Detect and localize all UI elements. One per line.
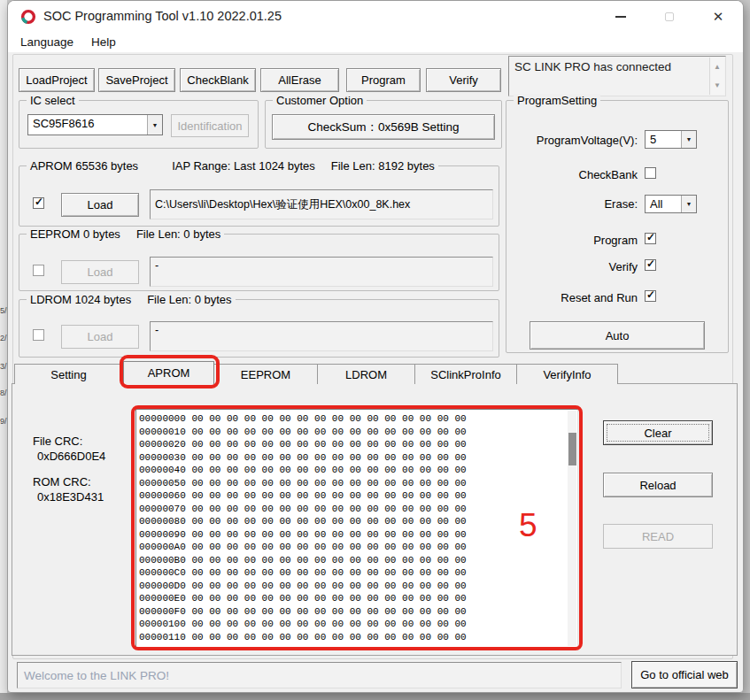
hex-row: 000000E0 00 00 00 00 00 00 00 00 00 00 0…: [139, 592, 577, 605]
hex-row: 00000100 00 00 00 00 00 00 00 00 00 00 0…: [139, 618, 577, 631]
aprom-legend: APROM 65536 bytesIAP Range: Last 1024 by…: [27, 159, 438, 173]
voltage-value: 5: [650, 133, 656, 146]
scroll-down-icon[interactable]: ▼: [710, 76, 724, 95]
customer-option-label: Customer Option: [273, 94, 367, 107]
eeprom-file-len: File Len: 0 bytes: [136, 227, 220, 241]
tab-aprom[interactable]: APROM: [123, 361, 214, 384]
hex-row: 00000090 00 00 00 00 00 00 00 00 00 00 0…: [139, 528, 577, 542]
auto-button[interactable]: Auto: [530, 321, 705, 350]
hex-row: 00000020 00 00 00 00 00 00 00 00 00 00 0…: [139, 438, 577, 451]
ldrom-title: LDROM 1024 bytes: [30, 293, 131, 306]
hex-row: 00000040 00 00 00 00 00 00 00 00 00 00 0…: [139, 464, 577, 477]
saveproject-button[interactable]: SaveProject: [98, 68, 175, 92]
ldrom-checkbox[interactable]: [33, 329, 44, 341]
background-fragment: 9/: [0, 418, 7, 426]
ic-select-label: IC select: [27, 94, 79, 107]
voltage-combobox[interactable]: 5 ▼: [645, 130, 697, 149]
identification-button: Identification: [171, 114, 249, 137]
checksum-setting-button[interactable]: CheckSum：0x569B Setting: [272, 114, 495, 140]
hex-row: 00000030 00 00 00 00 00 00 00 00 00 00 0…: [139, 451, 577, 465]
hex-row: 000000F0 00 00 00 00 00 00 00 00 00 00 0…: [139, 605, 577, 619]
loadproject-button[interactable]: LoadProject: [19, 68, 95, 92]
tab-verifyinfo[interactable]: VerifyInfo: [517, 364, 618, 384]
scroll-up-icon[interactable]: ▲: [710, 58, 724, 76]
menu-language[interactable]: Language: [15, 34, 79, 52]
ldrom-file-len: File Len: 0 bytes: [147, 293, 231, 306]
hex-rows: 00000000 00 00 00 00 00 00 00 00 00 00 0…: [139, 412, 577, 643]
hex-scrollbar[interactable]: [568, 411, 576, 646]
allerase-button[interactable]: AllErase: [260, 68, 339, 92]
checkbank-checkbox[interactable]: [645, 167, 656, 179]
clear-button[interactable]: Clear: [603, 420, 713, 445]
program-option-label: Program: [593, 234, 638, 247]
hex-dump-view[interactable]: 00000000 00 00 00 00 00 00 00 00 00 00 0…: [135, 409, 578, 648]
erase-value: All: [650, 197, 662, 211]
aprom-path-field: C:\Users\li\Desktop\Hex\验证使用HEX\0x00_8K.…: [150, 189, 493, 219]
chevron-down-icon[interactable]: ▼: [681, 131, 696, 148]
hex-row: 00000060 00 00 00 00 00 00 00 00 00 00 0…: [139, 489, 577, 503]
voltage-label: ProgramVoltage(V):: [537, 134, 638, 147]
rom-crc-value: 0x18E3D431: [37, 490, 104, 504]
read-button: READ: [603, 524, 713, 549]
erase-combobox[interactable]: All ▼: [645, 195, 697, 213]
app-logo-icon: [20, 9, 36, 28]
verify-button[interactable]: Verify: [426, 68, 501, 92]
hex-row: 00000050 00 00 00 00 00 00 00 00 00 00 0…: [139, 477, 577, 490]
program-button[interactable]: Program: [346, 68, 421, 92]
aprom-file-len: File Len: 8192 bytes: [331, 159, 435, 173]
erase-label: Erase:: [604, 197, 638, 211]
hex-row: 000000A0 00 00 00 00 00 00 00 00 00 00 0…: [139, 541, 577, 554]
hex-row: 00000000 00 00 00 00 00 00 00 00 00 00 0…: [139, 412, 577, 426]
hex-row: 000000D0 00 00 00 00 00 00 00 00 00 00 0…: [139, 580, 577, 593]
hex-row: 000000B0 00 00 00 00 00 00 00 00 00 00 0…: [139, 554, 577, 567]
background-fragment: 3/: [0, 363, 7, 371]
tab-eeprom[interactable]: EEPROM: [214, 364, 318, 384]
hex-row: 00000070 00 00 00 00 00 00 00 00 00 00 0…: [139, 503, 577, 516]
app-window: SOC Programming Tool v1.10 2022.01.25 ✕ …: [7, 0, 744, 693]
annotation-number: 5: [519, 507, 537, 544]
file-crc-value: 0xD666D0E4: [37, 450, 105, 463]
tab-ldrom[interactable]: LDROM: [318, 364, 415, 384]
program-setting-label: ProgramSetting: [514, 94, 600, 107]
maximize-icon: [665, 12, 674, 21]
go-to-official-web-button[interactable]: Go to official web: [631, 661, 738, 688]
status-message-field: Welcome to the LINK PRO!: [17, 662, 622, 688]
background-left-strip: 5/5 2/ 3/ 8/ 9/: [0, 0, 7, 700]
aprom-iap-range: IAP Range: Last 1024 bytes: [172, 159, 315, 173]
verify-option-label: Verify: [608, 260, 638, 273]
checkbank-label: CheckBank: [579, 168, 638, 181]
reload-button[interactable]: Reload: [603, 473, 713, 497]
tab-sclinkproinfo[interactable]: SClinkProInfo: [415, 364, 517, 384]
chevron-down-icon[interactable]: ▼: [681, 196, 696, 212]
title-bar: SOC Programming Tool v1.10 2022.01.25 ✕ …: [8, 1, 743, 52]
aprom-title: APROM 65536 bytes: [30, 159, 138, 173]
background-fragment: 8/: [0, 389, 7, 397]
minimize-button[interactable]: [603, 1, 638, 33]
hex-row: 00000010 00 00 00 00 00 00 00 00 00 00 0…: [139, 426, 577, 439]
minimize-icon: [615, 16, 626, 18]
checkblank-button[interactable]: CheckBlank: [180, 68, 256, 92]
background-bottom-strip: [0, 693, 750, 700]
eeprom-checkbox[interactable]: [33, 265, 44, 276]
background-fragment: 2/: [0, 335, 7, 342]
eeprom-load-button: Load: [61, 260, 139, 284]
device-status-scrollbar[interactable]: ▲ ▼: [709, 58, 724, 95]
maximize-button[interactable]: [652, 1, 687, 33]
rom-crc-label: ROM CRC:: [33, 475, 91, 488]
hex-scrollbar-thumb[interactable]: [568, 433, 576, 465]
ic-select-combobox[interactable]: SC95F8616 ▼: [27, 114, 163, 135]
reset-and-run-checkbox[interactable]: [645, 290, 656, 302]
ldrom-load-button: Load: [61, 325, 139, 349]
menu-help[interactable]: Help: [86, 34, 121, 52]
tab-setting[interactable]: Setting: [14, 364, 123, 384]
device-status-text: SC LINK PRO has connected: [514, 60, 671, 73]
verify-checkbox[interactable]: [645, 259, 656, 271]
aprom-load-button[interactable]: Load: [61, 193, 139, 217]
hex-row: 00000080 00 00 00 00 00 00 00 00 00 00 0…: [139, 515, 577, 528]
program-checkbox[interactable]: [645, 233, 656, 244]
aprom-checkbox[interactable]: [33, 197, 44, 209]
ldrom-path-field: -: [150, 321, 493, 351]
close-button[interactable]: ✕: [700, 1, 736, 33]
window-title: SOC Programming Tool v1.10 2022.01.25: [43, 9, 282, 23]
chevron-down-icon[interactable]: ▼: [147, 115, 162, 135]
